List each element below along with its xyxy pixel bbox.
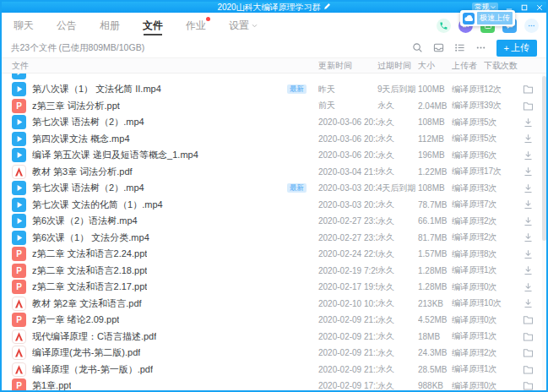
tab-chat[interactable]: 聊天	[14, 13, 34, 38]
file-name[interactable]: z第二章 文法和语言2.18.ppt	[32, 264, 147, 277]
expire-time: 永久	[377, 248, 418, 260]
download-button[interactable]	[518, 166, 538, 177]
file-row[interactable]: 第6次课（1） 文法分类.mp42020-02-27 23:30永久81.7MB…	[2, 230, 546, 247]
file-name-cell: 第八次课（1） 文法化简 II.mp4最新	[12, 82, 318, 96]
notification-dot	[206, 17, 210, 21]
download-count: 7次	[484, 199, 518, 210]
file-size: 66.1MB	[418, 216, 452, 226]
file-name[interactable]: 编译 第五次课 递归及短语等概念_1.mp4	[32, 149, 198, 161]
file-name[interactable]: 编译原理（龙书-第一版）.pdf	[32, 363, 153, 376]
file-name[interactable]: 第七次课 语法树（2）.mp4	[32, 116, 144, 128]
expire-time: 9天后到期	[377, 84, 418, 95]
file-row[interactable]: 第四次课文法 概念.mp42020-03-06 20:38永久112MB编译原理…	[2, 131, 546, 148]
file-name[interactable]: 第1章.ppt	[32, 379, 71, 390]
file-row[interactable]: 编译原理（龙书-第一版）.pdf2020-02-09 21:14永久28.5MB…	[2, 362, 546, 378]
download-count: 6次	[484, 150, 518, 161]
voice-call-icon[interactable]	[437, 19, 451, 33]
download-button[interactable]	[518, 117, 538, 128]
tab-homework[interactable]: 作业	[186, 13, 206, 38]
scrollbar-track[interactable]	[542, 74, 546, 390]
download-button[interactable]	[518, 249, 538, 259]
file-row[interactable]: 第七次课 文法的化简（1）.mp42020-03-03 20:31永久78.7M…	[2, 197, 546, 214]
update-time: 2020-02-09 21:14	[318, 365, 377, 374]
list-view-icon[interactable]	[454, 42, 465, 53]
edit-title-icon[interactable]	[323, 2, 331, 13]
file-row[interactable]: 编译 第五次课 递归及短语等概念_1.mp42020-03-06 20:38永久…	[2, 147, 546, 164]
uploader: 编译原理...	[452, 264, 484, 276]
download-button[interactable]	[518, 183, 538, 193]
search-icon[interactable]	[412, 42, 423, 53]
plus-icon: +	[504, 43, 509, 53]
close-button[interactable]	[534, 3, 544, 12]
col-header-updated: 更新时间	[318, 60, 377, 72]
file-name[interactable]: 第八次课（1） 文法化简 II.mp4	[32, 83, 161, 95]
file-name-cell	[12, 74, 318, 79]
download-button[interactable]	[518, 199, 538, 210]
file-row[interactable]: 第6次课（2）语法树.mp42020-02-27 23:39永久66.1MB编译…	[2, 213, 546, 230]
file-row[interactable]: Pz第二章 文法和语言2.24.ppt2020-02-24 22:07永久1.5…	[2, 246, 546, 263]
file-row[interactable]: Pz第一章 绪论2.09.ppt2020-02-09 21:28永久4.52MB…	[2, 312, 546, 329]
uploader: 编译原理...	[452, 166, 484, 177]
open-folder-button[interactable]	[518, 84, 538, 94]
file-row[interactable]: 第八次课（1） 文法化简 II.mp4最新昨天9天后到期100MB编译原理...…	[2, 81, 546, 98]
file-name[interactable]: 第6次课（2）语法树.mp4	[32, 215, 138, 227]
tab-settings[interactable]: 设置	[229, 13, 258, 38]
file-row[interactable]: 现代编译原理：C语言描述.pdf2020-02-09 21:19永久18MB编译…	[2, 329, 546, 346]
file-row[interactable]: Pz第三章 词法分析.ppt前天永久2.04MB编译原理...39次	[2, 98, 546, 115]
download-button[interactable]	[518, 232, 538, 242]
file-name[interactable]: 编译原理(龙书-第二版).pdf	[32, 346, 140, 359]
transfer-list-icon[interactable]	[433, 42, 444, 53]
file-row[interactable]: Pz第二章 文法和语言2.17.ppt2020-02-17 19:57永久1.2…	[2, 279, 546, 296]
file-name[interactable]: z第一章 绪论2.09.ppt	[32, 313, 119, 326]
file-name[interactable]: z第三章 词法分析.ppt	[32, 100, 120, 112]
file-name[interactable]: 教材 第2章 文法和语言.pdf	[32, 297, 142, 310]
file-name[interactable]: 现代编译原理：C语言描述.pdf	[32, 330, 156, 343]
file-name[interactable]: 第七次课 文法的化简（1）.mp4	[32, 199, 163, 211]
download-button[interactable]	[518, 265, 538, 275]
download-count: 5次	[484, 117, 518, 128]
download-button[interactable]	[518, 298, 538, 308]
maximize-button[interactable]	[519, 3, 529, 12]
download-button[interactable]	[518, 282, 538, 292]
file-row[interactable]: 第七次课 语法树（2）.mp42020-03-06 20:39永久108MB编译…	[2, 114, 546, 131]
more-tools-icon[interactable]	[475, 42, 486, 53]
upload-button-label: 上传	[511, 41, 529, 54]
svg-text:P: P	[16, 382, 22, 390]
file-row[interactable]: 第七次课 语法树（2）.mp4最新2020-03-03 20:314天后到期10…	[2, 180, 546, 197]
scrollbar-thumb[interactable]	[542, 76, 546, 241]
open-folder-button[interactable]	[518, 315, 538, 324]
download-button[interactable]	[518, 133, 538, 144]
file-row[interactable]: P第1章.ppt2020-02-09 17:12永久988KB编译原理...0次	[2, 378, 546, 390]
file-name[interactable]: 教材 第3章 词法分析.pdf	[32, 166, 133, 178]
open-folder-button[interactable]	[518, 348, 538, 357]
upload-button[interactable]: + 上传	[496, 40, 537, 57]
open-folder-button[interactable]	[518, 101, 538, 111]
open-folder-button[interactable]	[518, 365, 538, 374]
more-actions-icon[interactable]	[524, 19, 539, 33]
download-button[interactable]	[518, 150, 538, 161]
open-folder-button[interactable]	[518, 381, 538, 390]
tab-files[interactable]: 文件	[143, 13, 163, 38]
file-name[interactable]: 第七次课 语法树（2）.mp4	[32, 182, 144, 194]
open-folder-button[interactable]	[518, 332, 538, 341]
file-row[interactable]: 教材 第2章 文法和语言.pdf2020-02-10 10:39永久213KB编…	[2, 296, 546, 313]
file-row[interactable]: Pz第二章 文法和语言2.18.ppt2020-02-19 7:29永久1.28…	[2, 263, 546, 280]
file-name-cell: 第四次课文法 概念.mp4	[12, 132, 318, 146]
file-name[interactable]: z第二章 文法和语言2.17.ppt	[32, 280, 147, 293]
uploader: 编译原理...	[452, 150, 484, 161]
download-count: 1次	[484, 363, 518, 375]
download-button[interactable]	[518, 216, 538, 226]
file-row[interactable]: 编译原理(龙书-第二版).pdf2020-02-09 21:14永久24.3MB…	[2, 345, 546, 362]
cloud-upload-icon	[463, 13, 475, 24]
file-name[interactable]: 第四次课文法 概念.mp4	[32, 133, 130, 145]
expire-time: 4天后到期	[377, 182, 418, 194]
file-row-partial[interactable]	[2, 74, 546, 81]
ppt-file-icon: P	[12, 99, 26, 113]
file-name[interactable]: z第二章 文法和语言2.24.ppt	[32, 248, 147, 260]
tab-announcements[interactable]: 公告	[57, 13, 77, 38]
file-row[interactable]: 教材 第3章 词法分析.pdf2020-03-04 21:51永久1.22MB编…	[2, 164, 546, 181]
tab-album[interactable]: 相册	[100, 13, 120, 38]
pdf-file-icon	[12, 346, 26, 360]
update-time: 2020-02-10 10:39	[318, 299, 377, 308]
file-name[interactable]: 第6次课（1） 文法分类.mp4	[32, 231, 149, 244]
